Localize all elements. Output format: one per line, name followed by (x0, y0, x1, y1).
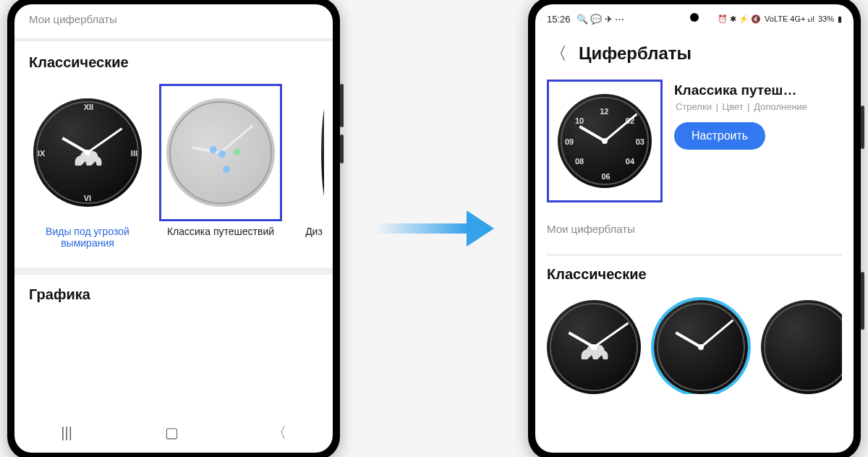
configure-button[interactable]: Настроить (674, 122, 765, 150)
phone-mockup-right: 15:26 🔍 💬 ✈ ⋯ ⏰ ✱ ⚡ 🔇 VoLTE 4G+ ₁ıl 33% … (528, 0, 861, 457)
selected-watch-detail: 12 02 03 04 06 08 09 10 Классика путеш… (535, 74, 854, 214)
watch-face-item-endangered[interactable] (547, 300, 641, 394)
status-system-icons: ⏰ ✱ ⚡ 🔇 (718, 14, 761, 24)
flow-arrow (362, 210, 506, 247)
status-network: VoLTE 4G+ ₁ıl (765, 14, 814, 24)
status-notification-icons: 🔍 💬 ✈ ⋯ (576, 14, 625, 25)
page-header: 〈 Циферблаты (535, 27, 854, 74)
page-title: Циферблаты (579, 43, 692, 64)
watch-face-row[interactable]: XII VI IX III Виды под угрозой вымирания (23, 84, 324, 249)
home-icon[interactable]: ▢ (165, 424, 179, 441)
watch-face-preview (321, 98, 324, 207)
watch-face-preview: 12 02 03 04 06 08 09 10 (558, 94, 652, 188)
watch-face-item-travel-classic[interactable] (654, 300, 748, 394)
android-navbar: ||| ▢ 〈 (14, 418, 333, 447)
watch-face-label: Диз (305, 226, 323, 237)
camera-hole (690, 13, 699, 22)
power-button (340, 134, 344, 163)
phone-mockup-left: Мои циферблаты Классические XII VI IX II… (7, 0, 340, 457)
watch-face-item-partial[interactable]: Диз (292, 84, 324, 249)
watch-face-label: Классика путешествий (167, 226, 274, 237)
section-divider (14, 268, 333, 275)
watch-face-item-partial[interactable] (761, 300, 842, 394)
detail-title: Классика путеш… (674, 82, 833, 98)
watch-face-label: Виды под угрозой вымирания (26, 226, 149, 249)
back-button[interactable]: 〈 (550, 42, 567, 65)
status-time: 15:26 (547, 14, 571, 25)
volume-button (340, 84, 344, 127)
my-watch-faces-label: Мои циферблаты (23, 4, 324, 38)
detail-meta: Стрелки | Цвет | Дополнение (674, 101, 842, 112)
arrow-right-icon (375, 210, 494, 247)
screen-left: Мои циферблаты Классические XII VI IX II… (14, 4, 333, 453)
section-graphic-title: Графика (23, 286, 324, 316)
battery-icon: ▮ (838, 14, 842, 24)
my-watch-faces-label: Мои циферблаты (547, 214, 842, 248)
watch-face-preview (166, 98, 275, 207)
watch-face-row[interactable] (547, 296, 842, 394)
divider (547, 254, 842, 256)
watch-face-item-endangered[interactable]: XII VI IX III Виды под угрозой вымирания (26, 84, 149, 249)
power-button (861, 272, 864, 330)
screen-right: 15:26 🔍 💬 ✈ ⋯ ⏰ ✱ ⚡ 🔇 VoLTE 4G+ ₁ıl 33% … (535, 4, 854, 453)
back-icon[interactable]: 〈 (272, 423, 286, 443)
polar-bear-icon (69, 144, 106, 173)
volume-button (861, 106, 864, 149)
recents-icon[interactable]: ||| (61, 424, 72, 441)
detail-thumbnail[interactable]: 12 02 03 04 06 08 09 10 (547, 80, 663, 202)
section-classic-title: Классические (23, 54, 324, 84)
watch-face-preview: XII VI IX III (33, 98, 142, 207)
divider (14, 38, 333, 41)
watch-face-item-travel-classic[interactable]: Классика путешествий (159, 84, 282, 249)
section-classic-title: Классические (547, 266, 842, 296)
status-battery: 33% (818, 14, 834, 23)
